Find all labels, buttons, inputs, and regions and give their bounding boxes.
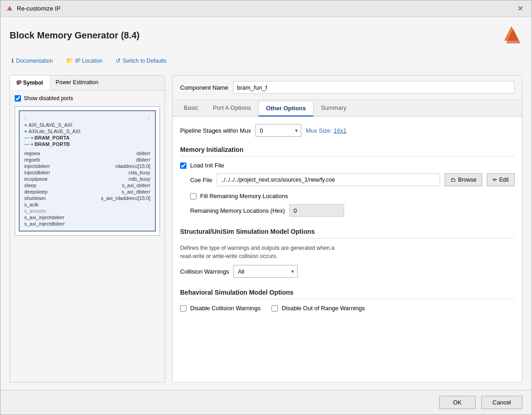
port-right-s-axi-rdaddrecc: s_axi_rdaddrecc[15:0] [101,195,150,201]
show-ports-label[interactable]: Show disabled ports [24,95,73,102]
port-row-s-aresetn: s_aresetn [24,208,150,214]
pipeline-row: Pipeline Stages within Mux 0 1 2 ▼ Mux S… [180,124,515,137]
remaining-label: Remaining Memory Locations (Hex) [190,207,285,214]
port-row-deepsleep: deepsleep s_axi_dbiterr [24,189,150,195]
port-right-dbiterr: dbiterr [136,157,150,162]
browse-folder-icon: 🗀 [451,177,456,183]
load-init-checkbox[interactable] [180,162,186,169]
port-row-s-axi-injectdbiterr: s_axi_injectdbiterr [24,221,150,227]
port-left-s-axi-injectdbiterr: s_axi_injectdbiterr [24,221,65,226]
component-name-row: Component Name [173,75,522,100]
right-panel-tabs: Basic Port A Options Other Options Summa… [173,100,522,117]
port-right-sbiterr: sbiterr [136,151,150,156]
refresh-icon: ↺ [116,57,121,64]
port-row-inject-s: injectsbiterr rdaddrecc[15:0] [24,163,150,169]
edit-button[interactable]: ✏ Edit [487,173,515,186]
disable-collision-label[interactable]: Disable Collision Warnings [190,305,261,312]
ok-button[interactable]: OK [439,396,476,409]
port-right-rdaddrecc: rdaddrecc[15:0] [116,163,150,169]
content-area: IP Symbol Power Estimation Show disabled… [10,75,522,383]
fill-remaining-label[interactable]: Fill Remaining Memory Locations [200,193,288,199]
component-name-input[interactable] [233,81,515,94]
disable-range-label[interactable]: Disable Out of Range Warnings [282,305,365,312]
memory-init-section: Memory Initialization Load Init File Coe… [180,146,515,217]
port-left-injectsbiterr: injectsbiterr [24,163,50,169]
port-row-regoeb: regoeb dbiterr [24,156,150,163]
remaining-input[interactable] [289,204,344,217]
port-plus-1: + [24,122,27,128]
pipeline-stages-select[interactable]: 0 1 2 [255,124,301,137]
port-line-4 [24,144,30,145]
header-row: Block Memory Generator (8.4) [10,24,522,46]
port-right-s-axi-dbiterr: s_axi_dbiterr [122,189,150,194]
right-panel: Component Name Basic Port A Options Othe… [172,75,522,383]
port-line-3 [24,138,30,138]
load-init-label[interactable]: Load Init File [190,162,224,169]
component-name-label: Component Name [180,84,229,91]
port-row-inject-d: injectdbiterr rsta_busy [24,169,150,176]
browse-button[interactable]: 🗀 Browse [445,173,482,186]
port-row-shutdown: shutdown s_axi_rdaddrecc[15:0] [24,195,150,201]
port-right-rstb-busy: rstb_busy [128,176,150,182]
port-name-2: AXILite_SLAVE_S_AXI [28,129,80,134]
show-ports-checkbox[interactable] [15,95,21,102]
port-left-injectdbiterr: injectdbiterr [24,170,50,175]
port-plus-2: + [24,129,27,134]
port-name-3: BRAM_PORTA [34,135,69,140]
tab-ip-symbol[interactable]: IP Symbol [10,75,49,91]
port-row-s-aclk: s_aclk [24,201,150,208]
edit-icon: ✏ [493,177,497,183]
show-ports-row: Show disabled ports [15,95,160,102]
main-window: Re-customize IP ✕ Block Memory Generator… [0,0,532,415]
disable-range-row: Disable Out of Range Warnings [271,305,365,312]
port-plus-4: + [31,141,33,147]
fill-remaining-row: Fill Remaining Memory Locations [190,193,515,199]
tab-summary[interactable]: Summary [314,100,354,117]
main-content: Block Memory Generator (8.4) ℹ Documenta… [0,17,532,390]
disable-range-checkbox[interactable] [271,305,278,312]
header-title: Block Memory Generator (8.4) [10,30,140,41]
ip-block-label: │ [24,115,27,120]
port-left-regoea: regoea [24,151,40,156]
switch-defaults-button[interactable]: ↺ Switch to Defaults [114,56,169,65]
port-row-bram-portb: + BRAM_PORTB [24,141,150,147]
tab-port-a-options[interactable]: Port A Options [206,100,258,117]
coe-file-row: Coe File 🗀 Browse ✏ Edit [190,173,515,186]
port-row-bram-porta: + BRAM_PORTA [24,135,150,141]
port-plus-3: + [31,135,33,140]
collision-select-wrapper: All Warning_Only Generate_X_Only None ▼ [234,265,298,278]
pipeline-select-wrapper: 0 1 2 ▼ [255,124,301,137]
svg-marker-0 [7,6,12,11]
ip-symbol-inner: │ │ + AXI_SLAVE_S_AXI [19,110,156,232]
load-init-row: Load Init File [180,162,515,169]
collision-row: Collision Warnings All Warning_Only Gene… [180,265,515,278]
ip-location-button[interactable]: 📁 IP Location [64,56,105,65]
port-left-shutdown: shutdown [24,195,46,201]
disable-collision-checkbox[interactable] [180,305,186,312]
tab-power-estimation[interactable]: Power Estimation [49,75,105,90]
title-bar: Re-customize IP ✕ [0,0,532,17]
port-left-s-axi-injectsbiterr: s_axi_injectsbiterr [24,215,64,220]
port-left-deepsleep: deepsleep [24,189,48,194]
tab-basic[interactable]: Basic [176,100,206,117]
left-panel-body: Show disabled ports │ │ + [10,91,165,240]
structural-desc: Defines the type of warnings and outputs… [180,244,515,260]
port-row-s-axi-injectsbiterr: s_axi_injectsbiterr [24,214,150,221]
toolbar: ℹ Documentation 📁 IP Location ↺ Switch t… [10,54,522,68]
disable-collision-row: Disable Collision Warnings [180,305,261,312]
port-left-s-aresetn: s_aresetn [24,208,46,214]
info-icon: ℹ [11,57,14,64]
ip-block-label2: │ [148,115,150,120]
fill-remaining-checkbox[interactable] [190,193,197,199]
close-button[interactable]: ✕ [515,4,526,13]
collision-warnings-select[interactable]: All Warning_Only Generate_X_Only None [234,265,298,278]
cancel-button[interactable]: Cancel [481,396,522,409]
mux-size-text: Mux Size: 16x1 [306,127,346,134]
coe-file-input[interactable] [217,173,440,186]
port-row-axi-slave: + AXI_SLAVE_S_AXI [24,122,150,128]
documentation-button[interactable]: ℹ Documentation [10,56,55,65]
tab-other-options[interactable]: Other Options [258,101,314,117]
ip-symbol-box: │ │ + AXI_SLAVE_S_AXI [15,106,160,236]
footer: OK Cancel [0,390,532,415]
collision-label: Collision Warnings [180,268,229,275]
